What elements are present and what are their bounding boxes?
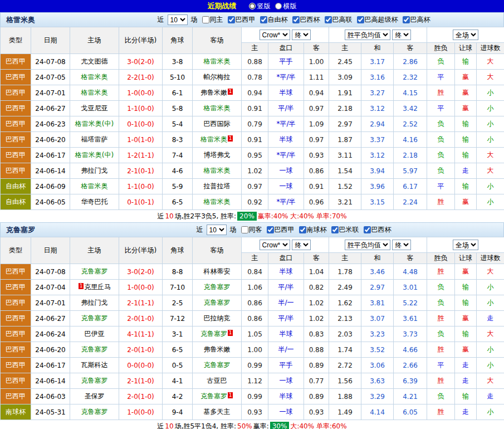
sub-handicap-result: 让球 (455, 43, 477, 54)
bookmaker-stage-select[interactable]: 终 (292, 30, 311, 40)
competition-filter[interactable]: 巴高联 (325, 15, 353, 25)
book-home-odds-cell: 0.97 (242, 179, 268, 194)
avg-away-cell: 3.61 (394, 311, 427, 326)
competition-filter[interactable]: 巴高杯 (403, 15, 430, 25)
col-home: 主场 (70, 27, 119, 54)
competition-filter-label: 巴西甲 (275, 225, 295, 235)
fulltime-header: 全场 (427, 237, 504, 253)
same-venue-filter[interactable]: 同主 (202, 15, 223, 25)
competition-filter[interactable]: 南球杯 (299, 225, 327, 235)
book-home-odds-cell: 0.99 (242, 389, 268, 404)
avg-odds-select[interactable]: 胜平负均值 (345, 240, 390, 250)
team-name-text: 格雷米奥(中) (75, 151, 114, 159)
competition-filter[interactable]: 自由杯 (260, 15, 288, 25)
competition-filter-checkbox[interactable] (299, 226, 306, 233)
sub-avg-away: 客 (394, 43, 427, 54)
book-away-odds-cell: 0.89 (304, 358, 329, 373)
away-team-cell: 巴西国际 (193, 116, 242, 132)
fulltime-select[interactable]: 全场 (453, 30, 478, 40)
avg-home-cell: 3.09 (329, 70, 361, 85)
handicap-result-cell: 走 (455, 163, 477, 179)
goals-result-cell: 小 (477, 404, 504, 420)
avg-away-cell: 3.73 (394, 326, 427, 342)
vertical-layout-option[interactable]: 竖版 (249, 2, 271, 11)
book-home-odds-cell: 1.00 (242, 342, 268, 358)
avg-odds-select[interactable]: 胜平负均值 (345, 30, 390, 40)
horizontal-layout-option[interactable]: 横版 (275, 2, 297, 11)
date-cell: 24-07-05 (31, 70, 70, 85)
home-team-cell: 弗拉门戈 (70, 295, 119, 311)
vertical-layout-radio[interactable] (249, 3, 256, 9)
competition-filter-checkbox[interactable] (331, 226, 339, 233)
handicap-result-cell: 赢 (455, 342, 477, 358)
away-team-cell: 科林蒂安 (193, 264, 242, 280)
summary-segment: 30% (270, 422, 290, 429)
competition-filter-checkbox[interactable] (228, 16, 235, 23)
avg-home-cell: 1.49 (329, 404, 361, 420)
competition-filter[interactable]: 巴西杯 (364, 225, 392, 235)
match-count-select[interactable]: 10 (207, 225, 227, 235)
competition-filter[interactable]: 巴高超级杯 (357, 15, 398, 25)
team-name-text: 克鲁塞罗 (81, 345, 108, 353)
competition-filter[interactable]: 巴西甲 (228, 15, 256, 25)
avg-stage-select[interactable]: 终 (392, 30, 411, 40)
book-home-odds-cell: 1.02 (242, 163, 268, 179)
col-corner: 角球 (163, 27, 193, 54)
team-name-text: 弗鲁米嫩 (204, 345, 231, 353)
competition-filter-checkbox[interactable] (364, 226, 371, 233)
competition-filter[interactable]: 巴米联 (331, 225, 359, 235)
handicap-cell: 半球 (268, 85, 304, 101)
competition-filter-checkbox[interactable] (260, 16, 267, 23)
team-name-text: 戈亚尼亚 (81, 104, 108, 112)
goals-result-cell: 小 (477, 342, 504, 358)
score-cell: 1-2(1-1) (119, 148, 163, 163)
avg-draw-cell: 2.94 (361, 116, 394, 132)
score-cell: 4-1(1-1) (119, 326, 163, 342)
result-cell: 负 (427, 295, 455, 311)
handicap-result-cell: 赢 (455, 311, 477, 326)
competition-filter[interactable]: 巴西甲 (267, 225, 295, 235)
goals-result-cell: 小 (477, 280, 504, 295)
summary-segment: 场,胜2平3负5, 胜率: (175, 212, 236, 221)
corners-cell: 6-5 (163, 342, 193, 358)
avg-draw-cell: 4.14 (361, 404, 394, 420)
home-team-cell: 华奇巴托 (70, 194, 119, 210)
same-venue-filter[interactable]: 同客 (241, 225, 262, 235)
table-row: 南球杯24-05-31克鲁塞罗1-0(0-0)9-4基多天主0.93一球0.93… (1, 404, 504, 420)
date-cell: 24-06-17 (31, 148, 70, 163)
handicap-cell: 平手 (268, 54, 304, 70)
summary-bar: 近10场,胜2平3负5, 胜率: 20% 赢率:40% 大:40% 单率:70% (0, 210, 504, 222)
handicap-result-cell: 赢 (455, 70, 477, 85)
bookmaker-stage-select[interactable]: 终 (292, 240, 311, 250)
bookmaker-select[interactable]: Crow* (260, 30, 290, 40)
avg-home-cell: 1.91 (329, 85, 361, 101)
date-cell: 24-06-20 (31, 132, 70, 148)
competition-cell: 巴西甲 (1, 264, 31, 280)
handicap-cell: *平/半 (268, 194, 304, 210)
goals-result-cell: 小 (477, 358, 504, 373)
team-name-text: 克鲁塞罗 (204, 283, 231, 291)
horizontal-layout-radio[interactable] (275, 3, 282, 9)
competition-filter-checkbox[interactable] (267, 226, 274, 233)
result-cell: 胜 (427, 404, 455, 420)
goals-result-cell: 小 (477, 295, 504, 311)
team-name-text: 弗拉门戈 (81, 167, 108, 174)
same-venue-filter-checkbox[interactable] (202, 16, 209, 23)
avg-stage-select[interactable]: 终 (392, 240, 411, 250)
same-venue-filter-checkbox[interactable] (241, 226, 248, 233)
avg-home-cell: 2.03 (329, 326, 361, 342)
corners-cell: 7-4 (163, 148, 193, 163)
table-row: 巴西甲24-06-24巴伊亚4-1(1-1)3-1克鲁塞罗11.05半球0.83… (1, 326, 504, 342)
competition-filter-checkbox[interactable] (325, 16, 332, 23)
book-away-odds-cell: 1.02 (304, 311, 329, 326)
competition-filter-checkbox[interactable] (357, 16, 364, 23)
fulltime-select[interactable]: 全场 (453, 240, 478, 250)
competition-filter-checkbox[interactable] (292, 16, 300, 23)
competition-filter[interactable]: 巴西杯 (292, 15, 320, 25)
match-count-select[interactable]: 10 (168, 14, 188, 25)
bookmaker-select[interactable]: Crow* (260, 240, 290, 250)
book-home-odds-cell: 0.91 (242, 132, 268, 148)
team-name-text: 格雷米奥(中) (75, 120, 114, 128)
book-home-odds-cell: 1.05 (242, 326, 268, 342)
competition-filter-checkbox[interactable] (403, 16, 410, 23)
